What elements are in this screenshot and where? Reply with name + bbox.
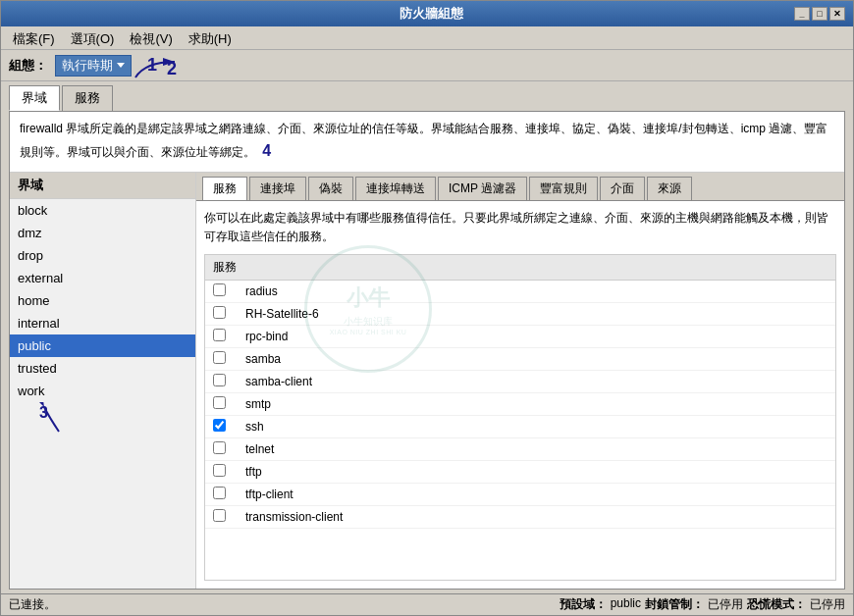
status-panic-label: 恐慌模式： bbox=[747, 596, 806, 613]
zone-item-work[interactable]: work bbox=[10, 380, 195, 402]
tab-zones[interactable]: 界域 bbox=[9, 85, 60, 111]
annotation-4: 4 bbox=[262, 142, 271, 159]
sub-tabs: 服務 連接埠 偽裝 連接埠轉送 ICMP 過濾器 豐富規則 介面 來源 bbox=[196, 173, 844, 201]
zone-item-home[interactable]: home bbox=[10, 289, 195, 312]
runtime-dropdown[interactable]: 執行時期 bbox=[55, 55, 132, 77]
service-label-tftp: tftp bbox=[238, 461, 835, 484]
config-label: 組態： bbox=[9, 57, 47, 75]
service-label-samba: samba bbox=[238, 348, 835, 371]
main-window: 防火牆組態 _ □ ✕ 檔案(F) 選項(O) 檢視(V) 求助(H) 組態： … bbox=[0, 0, 854, 616]
service-label-telnet: telnet bbox=[238, 438, 835, 461]
service-checkbox-rh-satellite[interactable] bbox=[213, 306, 226, 319]
services-header: 服務 bbox=[205, 255, 835, 281]
status-bar: 已連接。 預設域： public 封鎖管制： 已停用 恐慌模式： 已停用 bbox=[1, 593, 853, 615]
menu-options[interactable]: 選項(O) bbox=[63, 28, 123, 47]
zone-item-public[interactable]: public bbox=[10, 334, 195, 357]
menu-file[interactable]: 檔案(F) bbox=[5, 28, 63, 47]
title-bar: 防火牆組態 _ □ ✕ bbox=[1, 1, 853, 26]
annotation-arrow bbox=[126, 54, 204, 81]
window-title: 防火牆組態 bbox=[68, 5, 794, 23]
description-text: firewalld 界域所定義的是綁定該界域之網路連線、介面、來源位址的信任等級… bbox=[20, 122, 827, 159]
sub-tab-interface[interactable]: 介面 bbox=[600, 177, 645, 200]
service-checkbox-smtp[interactable] bbox=[213, 396, 226, 409]
status-connected: 已連接。 bbox=[9, 596, 56, 613]
status-right: 預設域： public 封鎖管制： 已停用 恐慌模式： 已停用 bbox=[560, 596, 845, 613]
table-row: radius bbox=[205, 281, 835, 303]
table-row: samba bbox=[205, 348, 835, 371]
toolbar: 組態： 執行時期 1 2 bbox=[1, 50, 853, 81]
table-row: smtp bbox=[205, 393, 835, 416]
service-checkbox-tftp-client[interactable] bbox=[213, 487, 226, 499]
dropdown-arrow-icon bbox=[117, 63, 125, 68]
table-row: tftp bbox=[205, 461, 835, 484]
table-row: samba-client bbox=[205, 371, 835, 393]
minimize-button[interactable]: _ bbox=[794, 7, 810, 21]
service-checkbox-samba-client[interactable] bbox=[213, 374, 226, 386]
window-controls: _ □ ✕ bbox=[794, 7, 845, 21]
table-row: tftp-client bbox=[205, 484, 835, 506]
zone-item-trusted[interactable]: trusted bbox=[10, 357, 195, 380]
right-panel: 服務 連接埠 偽裝 連接埠轉送 ICMP 過濾器 豐富規則 介面 來源 你可以在… bbox=[196, 173, 844, 589]
description-area: firewalld 界域所定義的是綁定該界域之網路連線、介面、來源位址的信任等級… bbox=[10, 112, 844, 173]
service-checkbox-telnet[interactable] bbox=[213, 441, 226, 454]
service-checkbox-tftp[interactable] bbox=[213, 464, 226, 477]
sub-description: 你可以在此處定義該界域中有哪些服務值得信任。只要此界域所綁定之連線、介面、來源的… bbox=[204, 209, 836, 246]
annotation-3-arrow bbox=[20, 402, 98, 436]
service-checkbox-rpc-bind[interactable] bbox=[213, 329, 226, 341]
status-lockdown-value: 已停用 bbox=[708, 596, 743, 613]
zone-item-external[interactable]: external bbox=[10, 267, 195, 289]
services-table-container[interactable]: 服務 radius RH-Satellite-6 bbox=[204, 254, 836, 581]
services-table: 服務 radius RH-Satellite-6 bbox=[205, 255, 835, 529]
service-label-tftp-client: tftp-client bbox=[238, 484, 835, 506]
content-area: firewalld 界域所定義的是綁定該界域之網路連線、介面、來源位址的信任等級… bbox=[9, 111, 845, 590]
zone-item-internal[interactable]: internal bbox=[10, 312, 195, 334]
service-label-rpc-bind: rpc-bind bbox=[238, 326, 835, 348]
service-checkbox-ssh[interactable] bbox=[213, 419, 226, 432]
zone-list: 界域 block dmz drop external home internal… bbox=[10, 173, 196, 589]
zone-list-header: 界域 bbox=[10, 173, 195, 199]
menu-bar: 檔案(F) 選項(O) 檢視(V) 求助(H) bbox=[1, 26, 853, 50]
table-row: transmission-client bbox=[205, 506, 835, 529]
zone-item-block[interactable]: block bbox=[10, 199, 195, 222]
sub-tab-masquerade[interactable]: 偽裝 bbox=[308, 177, 353, 200]
sub-content: 你可以在此處定義該界域中有哪些服務值得信任。只要此界域所綁定之連線、介面、來源的… bbox=[196, 201, 844, 589]
zone-item-dmz[interactable]: dmz bbox=[10, 222, 195, 244]
service-checkbox-transmission-client[interactable] bbox=[213, 509, 226, 522]
close-button[interactable]: ✕ bbox=[829, 7, 845, 21]
runtime-dropdown-text: 執行時期 bbox=[62, 57, 113, 75]
tab-services[interactable]: 服務 bbox=[62, 85, 113, 111]
menu-help[interactable]: 求助(H) bbox=[181, 28, 240, 47]
service-label-smtp: smtp bbox=[238, 393, 835, 416]
service-checkbox-samba[interactable] bbox=[213, 351, 226, 364]
status-panic-value: 已停用 bbox=[810, 596, 845, 613]
zone-item-drop[interactable]: drop bbox=[10, 244, 195, 267]
menu-view[interactable]: 檢視(V) bbox=[122, 28, 180, 47]
status-lockdown-label: 封鎖管制： bbox=[645, 596, 704, 613]
sub-tab-source[interactable]: 來源 bbox=[647, 177, 692, 200]
sub-tab-port-forward[interactable]: 連接埠轉送 bbox=[355, 177, 436, 200]
service-label-rh-satellite: RH-Satellite-6 bbox=[238, 303, 835, 326]
service-label-samba-client: samba-client bbox=[238, 371, 835, 393]
sub-tab-services[interactable]: 服務 bbox=[202, 177, 247, 200]
body-area: 界域 block dmz drop external home internal… bbox=[10, 173, 844, 589]
sub-tab-icmp[interactable]: ICMP 過濾器 bbox=[438, 177, 527, 200]
service-label-ssh: ssh bbox=[238, 416, 835, 438]
maximize-button[interactable]: □ bbox=[812, 7, 827, 21]
table-row: ssh bbox=[205, 416, 835, 438]
service-checkbox-radius[interactable] bbox=[213, 283, 226, 296]
table-row: RH-Satellite-6 bbox=[205, 303, 835, 326]
sub-tab-rich-rules[interactable]: 豐富規則 bbox=[529, 177, 598, 200]
main-tabs: 界域 服務 bbox=[1, 81, 853, 111]
service-label-transmission-client: transmission-client bbox=[238, 506, 835, 529]
service-label-radius: radius bbox=[238, 281, 835, 303]
table-row: rpc-bind bbox=[205, 326, 835, 348]
table-row: telnet bbox=[205, 438, 835, 461]
sub-tab-ports[interactable]: 連接埠 bbox=[249, 177, 306, 200]
status-domain-value: public bbox=[611, 596, 641, 613]
status-default-domain-label: 預設域： bbox=[560, 596, 607, 613]
